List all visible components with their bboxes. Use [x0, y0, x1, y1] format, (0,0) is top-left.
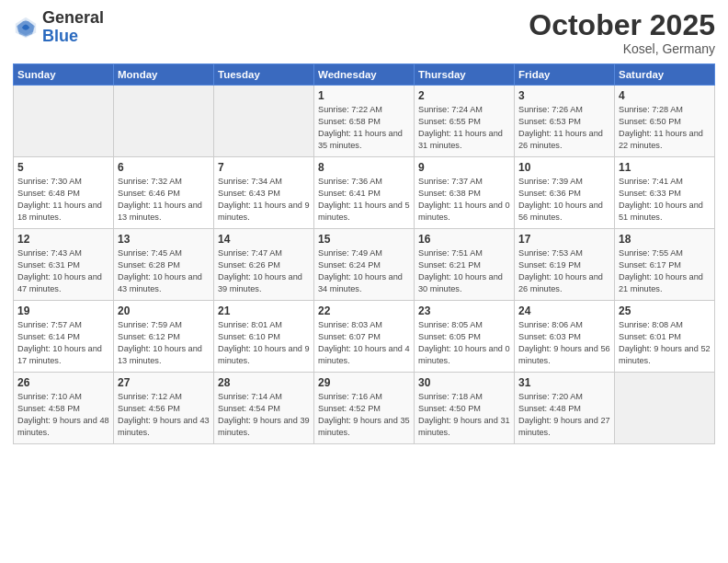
- calendar-cell: 21Sunrise: 8:01 AM Sunset: 6:10 PM Dayli…: [214, 301, 314, 373]
- day-number: 16: [418, 233, 510, 246]
- day-number: 25: [619, 304, 711, 317]
- calendar-cell: 29Sunrise: 7:16 AM Sunset: 4:52 PM Dayli…: [314, 373, 415, 444]
- day-number: 7: [218, 161, 310, 174]
- day-info: Sunrise: 7:12 AM Sunset: 4:56 PM Dayligh…: [118, 391, 210, 439]
- day-info: Sunrise: 7:32 AM Sunset: 6:46 PM Dayligh…: [118, 176, 210, 224]
- title-block: October 2025 Kosel, Germany: [529, 9, 715, 56]
- day-info: Sunrise: 7:43 AM Sunset: 6:31 PM Dayligh…: [17, 247, 109, 295]
- day-number: 1: [318, 89, 410, 102]
- day-number: 15: [318, 233, 410, 246]
- calendar-cell: 19Sunrise: 7:57 AM Sunset: 6:14 PM Dayli…: [14, 301, 114, 373]
- day-info: Sunrise: 7:16 AM Sunset: 4:52 PM Dayligh…: [318, 391, 410, 439]
- day-info: Sunrise: 7:30 AM Sunset: 6:48 PM Dayligh…: [17, 176, 109, 224]
- calendar-cell: 23Sunrise: 8:05 AM Sunset: 6:05 PM Dayli…: [415, 301, 515, 373]
- calendar-cell: 1Sunrise: 7:22 AM Sunset: 6:58 PM Daylig…: [314, 86, 415, 157]
- calendar-cell: 13Sunrise: 7:45 AM Sunset: 6:28 PM Dayli…: [114, 229, 214, 301]
- day-info: Sunrise: 7:24 AM Sunset: 6:55 PM Dayligh…: [418, 104, 510, 152]
- weekday-header: Tuesday: [214, 64, 314, 86]
- day-info: Sunrise: 7:39 AM Sunset: 6:36 PM Dayligh…: [518, 176, 610, 224]
- day-info: Sunrise: 7:14 AM Sunset: 4:54 PM Dayligh…: [218, 391, 310, 439]
- day-number: 28: [218, 376, 310, 389]
- day-number: 10: [518, 161, 610, 174]
- day-number: 29: [318, 376, 410, 389]
- calendar-cell: 14Sunrise: 7:47 AM Sunset: 6:26 PM Dayli…: [214, 229, 314, 301]
- calendar-cell: [114, 86, 214, 157]
- calendar-cell: 2Sunrise: 7:24 AM Sunset: 6:55 PM Daylig…: [415, 86, 515, 157]
- day-number: 13: [118, 233, 210, 246]
- page-header: General Blue October 2025 Kosel, Germany: [13, 9, 715, 56]
- calendar-cell: 8Sunrise: 7:36 AM Sunset: 6:41 PM Daylig…: [314, 157, 415, 229]
- day-info: Sunrise: 7:20 AM Sunset: 4:48 PM Dayligh…: [518, 391, 610, 439]
- calendar-cell: 30Sunrise: 7:18 AM Sunset: 4:50 PM Dayli…: [415, 373, 515, 444]
- day-info: Sunrise: 8:01 AM Sunset: 6:10 PM Dayligh…: [218, 319, 310, 367]
- day-info: Sunrise: 7:47 AM Sunset: 6:26 PM Dayligh…: [218, 247, 310, 295]
- day-number: 9: [418, 161, 510, 174]
- logo-general: General: [42, 9, 104, 28]
- weekday-header: Wednesday: [314, 64, 415, 86]
- day-info: Sunrise: 7:41 AM Sunset: 6:33 PM Dayligh…: [619, 176, 711, 224]
- day-info: Sunrise: 7:22 AM Sunset: 6:58 PM Dayligh…: [318, 104, 410, 152]
- day-info: Sunrise: 7:45 AM Sunset: 6:28 PM Dayligh…: [118, 247, 210, 295]
- day-number: 23: [418, 304, 510, 317]
- day-number: 27: [118, 376, 210, 389]
- calendar-cell: 25Sunrise: 8:08 AM Sunset: 6:01 PM Dayli…: [615, 301, 715, 373]
- day-info: Sunrise: 8:03 AM Sunset: 6:07 PM Dayligh…: [318, 319, 410, 367]
- day-number: 14: [218, 233, 310, 246]
- day-number: 11: [619, 161, 711, 174]
- calendar-cell: 28Sunrise: 7:14 AM Sunset: 4:54 PM Dayli…: [214, 373, 314, 444]
- day-info: Sunrise: 8:08 AM Sunset: 6:01 PM Dayligh…: [619, 319, 711, 367]
- calendar-cell: [615, 373, 715, 444]
- day-number: 8: [318, 161, 410, 174]
- calendar-cell: 15Sunrise: 7:49 AM Sunset: 6:24 PM Dayli…: [314, 229, 415, 301]
- day-number: 24: [518, 304, 610, 317]
- weekday-header: Saturday: [615, 64, 715, 86]
- calendar-cell: [14, 86, 114, 157]
- calendar-cell: 31Sunrise: 7:20 AM Sunset: 4:48 PM Dayli…: [515, 373, 615, 444]
- month-title: October 2025: [529, 9, 715, 41]
- calendar-week-row: 19Sunrise: 7:57 AM Sunset: 6:14 PM Dayli…: [14, 301, 715, 373]
- calendar-cell: 6Sunrise: 7:32 AM Sunset: 6:46 PM Daylig…: [114, 157, 214, 229]
- logo-icon: [13, 15, 39, 40]
- logo: General Blue: [13, 9, 104, 46]
- day-number: 2: [418, 89, 510, 102]
- calendar-cell: 27Sunrise: 7:12 AM Sunset: 4:56 PM Dayli…: [114, 373, 214, 444]
- day-info: Sunrise: 7:10 AM Sunset: 4:58 PM Dayligh…: [17, 391, 109, 439]
- calendar-cell: 16Sunrise: 7:51 AM Sunset: 6:21 PM Dayli…: [415, 229, 515, 301]
- weekday-header: Monday: [114, 64, 214, 86]
- calendar-cell: 18Sunrise: 7:55 AM Sunset: 6:17 PM Dayli…: [615, 229, 715, 301]
- calendar-week-row: 12Sunrise: 7:43 AM Sunset: 6:31 PM Dayli…: [14, 229, 715, 301]
- day-info: Sunrise: 7:57 AM Sunset: 6:14 PM Dayligh…: [17, 319, 109, 367]
- day-info: Sunrise: 7:59 AM Sunset: 6:12 PM Dayligh…: [118, 319, 210, 367]
- day-info: Sunrise: 7:55 AM Sunset: 6:17 PM Dayligh…: [619, 247, 711, 295]
- day-number: 18: [619, 233, 711, 246]
- calendar-cell: [214, 86, 314, 157]
- calendar-cell: 9Sunrise: 7:37 AM Sunset: 6:38 PM Daylig…: [415, 157, 515, 229]
- calendar-cell: 24Sunrise: 8:06 AM Sunset: 6:03 PM Dayli…: [515, 301, 615, 373]
- day-number: 4: [619, 89, 711, 102]
- calendar-cell: 4Sunrise: 7:28 AM Sunset: 6:50 PM Daylig…: [615, 86, 715, 157]
- day-number: 30: [418, 376, 510, 389]
- day-number: 20: [118, 304, 210, 317]
- day-number: 22: [318, 304, 410, 317]
- day-info: Sunrise: 7:49 AM Sunset: 6:24 PM Dayligh…: [318, 247, 410, 295]
- calendar-cell: 11Sunrise: 7:41 AM Sunset: 6:33 PM Dayli…: [615, 157, 715, 229]
- calendar-cell: 12Sunrise: 7:43 AM Sunset: 6:31 PM Dayli…: [14, 229, 114, 301]
- day-number: 6: [118, 161, 210, 174]
- calendar-cell: 26Sunrise: 7:10 AM Sunset: 4:58 PM Dayli…: [14, 373, 114, 444]
- day-info: Sunrise: 7:51 AM Sunset: 6:21 PM Dayligh…: [418, 247, 510, 295]
- day-info: Sunrise: 7:36 AM Sunset: 6:41 PM Dayligh…: [318, 176, 410, 224]
- calendar-cell: 17Sunrise: 7:53 AM Sunset: 6:19 PM Dayli…: [515, 229, 615, 301]
- weekday-header: Friday: [515, 64, 615, 86]
- calendar-cell: 5Sunrise: 7:30 AM Sunset: 6:48 PM Daylig…: [14, 157, 114, 229]
- day-number: 17: [518, 233, 610, 246]
- day-info: Sunrise: 7:34 AM Sunset: 6:43 PM Dayligh…: [218, 176, 310, 224]
- day-info: Sunrise: 8:06 AM Sunset: 6:03 PM Dayligh…: [518, 319, 610, 367]
- calendar-cell: 3Sunrise: 7:26 AM Sunset: 6:53 PM Daylig…: [515, 86, 615, 157]
- calendar-cell: 10Sunrise: 7:39 AM Sunset: 6:36 PM Dayli…: [515, 157, 615, 229]
- calendar-table: SundayMondayTuesdayWednesdayThursdayFrid…: [13, 63, 715, 444]
- logo-text: General Blue: [42, 9, 104, 46]
- weekday-header: Sunday: [14, 64, 114, 86]
- day-info: Sunrise: 7:53 AM Sunset: 6:19 PM Dayligh…: [518, 247, 610, 295]
- calendar-week-row: 26Sunrise: 7:10 AM Sunset: 4:58 PM Dayli…: [14, 373, 715, 444]
- calendar-week-row: 1Sunrise: 7:22 AM Sunset: 6:58 PM Daylig…: [14, 86, 715, 157]
